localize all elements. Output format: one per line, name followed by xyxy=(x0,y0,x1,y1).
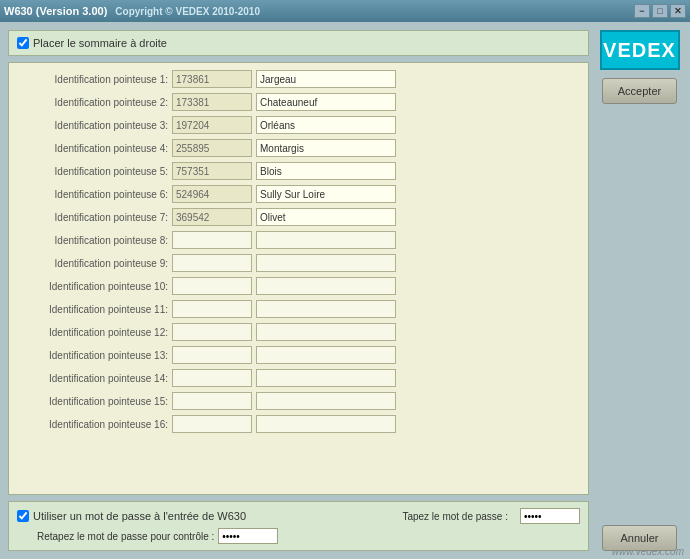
form-label-4: Identification pointeuse 4: xyxy=(17,143,172,154)
id-input-3[interactable] xyxy=(172,116,252,134)
form-row-10: Identification pointeuse 10: xyxy=(17,276,580,296)
form-label-16: Identification pointeuse 16: xyxy=(17,419,172,430)
form-label-7: Identification pointeuse 7: xyxy=(17,212,172,223)
id-input-4[interactable] xyxy=(172,139,252,157)
name-input-16[interactable] xyxy=(256,415,396,433)
place-summary-label: Placer le sommaire à droite xyxy=(33,37,167,49)
form-row-5: Identification pointeuse 5: xyxy=(17,161,580,181)
form-label-13: Identification pointeuse 13: xyxy=(17,350,172,361)
form-row-8: Identification pointeuse 8: xyxy=(17,230,580,250)
name-input-8[interactable] xyxy=(256,231,396,249)
use-password-checkbox-label[interactable]: Utiliser un mot de passe à l'entrée de W… xyxy=(17,510,394,522)
form-label-6: Identification pointeuse 6: xyxy=(17,189,172,200)
id-input-6[interactable] xyxy=(172,185,252,203)
form-row-11: Identification pointeuse 11: xyxy=(17,299,580,319)
id-input-8[interactable] xyxy=(172,231,252,249)
window-title: W630 (Version 3.00) xyxy=(4,5,107,17)
name-input-1[interactable] xyxy=(256,70,396,88)
name-input-9[interactable] xyxy=(256,254,396,272)
title-bar: W630 (Version 3.00) Copyright © VEDEX 20… xyxy=(0,0,690,22)
name-input-13[interactable] xyxy=(256,346,396,364)
place-summary-checkbox-label[interactable]: Placer le sommaire à droite xyxy=(17,37,167,49)
password-confirm-row: Retapez le mot de passe pour contrôle : xyxy=(17,528,580,544)
id-input-13[interactable] xyxy=(172,346,252,364)
name-input-10[interactable] xyxy=(256,277,396,295)
copyright-text: Copyright © VEDEX 2010-2010 xyxy=(115,6,260,17)
form-row-9: Identification pointeuse 9: xyxy=(17,253,580,273)
name-input-5[interactable] xyxy=(256,162,396,180)
form-box: Identification pointeuse 1:Identificatio… xyxy=(8,62,589,495)
vedex-logo: VEDEX xyxy=(600,30,680,70)
form-label-3: Identification pointeuse 3: xyxy=(17,120,172,131)
id-input-1[interactable] xyxy=(172,70,252,88)
form-label-5: Identification pointeuse 5: xyxy=(17,166,172,177)
form-label-9: Identification pointeuse 9: xyxy=(17,258,172,269)
form-row-4: Identification pointeuse 4: xyxy=(17,138,580,158)
form-label-11: Identification pointeuse 11: xyxy=(17,304,172,315)
name-input-4[interactable] xyxy=(256,139,396,157)
use-password-checkbox[interactable] xyxy=(17,510,29,522)
confirm-password-input[interactable] xyxy=(218,528,278,544)
cancel-button[interactable]: Annuler xyxy=(602,525,677,551)
form-row-13: Identification pointeuse 13: xyxy=(17,345,580,365)
id-input-7[interactable] xyxy=(172,208,252,226)
accept-button[interactable]: Accepter xyxy=(602,78,677,104)
form-label-10: Identification pointeuse 10: xyxy=(17,281,172,292)
id-input-15[interactable] xyxy=(172,392,252,410)
name-input-11[interactable] xyxy=(256,300,396,318)
enter-password-label: Tapez le mot de passe : xyxy=(402,511,508,522)
id-input-16[interactable] xyxy=(172,415,252,433)
name-input-12[interactable] xyxy=(256,323,396,341)
form-row-2: Identification pointeuse 2: xyxy=(17,92,580,112)
form-row-1: Identification pointeuse 1: xyxy=(17,69,580,89)
id-input-9[interactable] xyxy=(172,254,252,272)
password-box: Utiliser un mot de passe à l'entrée de W… xyxy=(8,501,589,551)
right-panel: VEDEX Accepter Annuler xyxy=(597,30,682,551)
name-input-3[interactable] xyxy=(256,116,396,134)
options-box: Placer le sommaire à droite xyxy=(8,30,589,56)
name-input-6[interactable] xyxy=(256,185,396,203)
window-controls: − □ ✕ xyxy=(634,4,686,18)
id-input-11[interactable] xyxy=(172,300,252,318)
name-input-7[interactable] xyxy=(256,208,396,226)
form-label-8: Identification pointeuse 8: xyxy=(17,235,172,246)
name-input-2[interactable] xyxy=(256,93,396,111)
form-label-1: Identification pointeuse 1: xyxy=(17,74,172,85)
form-row-12: Identification pointeuse 12: xyxy=(17,322,580,342)
form-label-15: Identification pointeuse 15: xyxy=(17,396,172,407)
confirm-password-label: Retapez le mot de passe pour contrôle : xyxy=(37,531,214,542)
form-label-12: Identification pointeuse 12: xyxy=(17,327,172,338)
form-row-14: Identification pointeuse 14: xyxy=(17,368,580,388)
form-row-6: Identification pointeuse 6: xyxy=(17,184,580,204)
id-input-5[interactable] xyxy=(172,162,252,180)
form-row-15: Identification pointeuse 15: xyxy=(17,391,580,411)
vedex-logo-text: VEDEX xyxy=(603,39,676,62)
left-panel: Placer le sommaire à droite Identificati… xyxy=(8,30,589,551)
id-input-12[interactable] xyxy=(172,323,252,341)
password-use-row: Utiliser un mot de passe à l'entrée de W… xyxy=(17,508,580,524)
minimize-button[interactable]: − xyxy=(634,4,650,18)
form-label-14: Identification pointeuse 14: xyxy=(17,373,172,384)
id-input-2[interactable] xyxy=(172,93,252,111)
maximize-button[interactable]: □ xyxy=(652,4,668,18)
name-input-14[interactable] xyxy=(256,369,396,387)
form-label-2: Identification pointeuse 2: xyxy=(17,97,172,108)
form-row-7: Identification pointeuse 7: xyxy=(17,207,580,227)
id-input-10[interactable] xyxy=(172,277,252,295)
form-row-16: Identification pointeuse 16: xyxy=(17,414,580,434)
close-button[interactable]: ✕ xyxy=(670,4,686,18)
use-password-label: Utiliser un mot de passe à l'entrée de W… xyxy=(33,510,246,522)
password-input[interactable] xyxy=(520,508,580,524)
form-row-3: Identification pointeuse 3: xyxy=(17,115,580,135)
place-summary-checkbox[interactable] xyxy=(17,37,29,49)
name-input-15[interactable] xyxy=(256,392,396,410)
id-input-14[interactable] xyxy=(172,369,252,387)
